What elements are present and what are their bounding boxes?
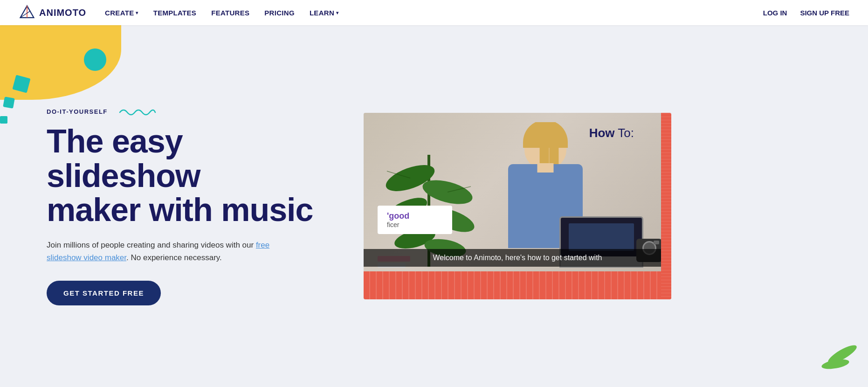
video-thumbnail[interactable]: How To: 'good ficer Welcome to Animoto, … bbox=[364, 113, 671, 299]
eyebrow-text: DO-IT-YOURSELF bbox=[47, 108, 108, 115]
learn-chevron-icon: ▾ bbox=[336, 10, 338, 15]
hero-content: DO-IT-YOURSELF The easy slideshow maker … bbox=[0, 107, 868, 305]
how-text: How bbox=[589, 126, 615, 140]
nav-pricing[interactable]: PRICING bbox=[264, 9, 295, 17]
nav-create[interactable]: CREATE ▾ bbox=[105, 9, 138, 17]
hero-eyebrow: DO-IT-YOURSELF bbox=[47, 107, 326, 116]
logo-text: ANIMOTO bbox=[39, 7, 86, 18]
nav-right: LOG IN SIGN UP FREE bbox=[763, 9, 849, 17]
login-link[interactable]: LOG IN bbox=[763, 9, 787, 17]
get-started-button[interactable]: GET STARTED FREE bbox=[47, 281, 161, 305]
hero-right: How To: 'good ficer Welcome to Animoto, … bbox=[364, 113, 821, 299]
hero-subtitle: Join millions of people creating and sha… bbox=[47, 239, 289, 264]
navbar: ANIMOTO CREATE ▾ TEMPLATES FEATURES PRIC… bbox=[0, 0, 868, 25]
video-background: How To: 'good ficer Welcome to Animoto, … bbox=[364, 113, 671, 299]
video-namecard: 'good ficer bbox=[378, 206, 452, 234]
deco-teal-circle bbox=[84, 48, 106, 71]
deco-green-leaf-2 bbox=[821, 358, 850, 371]
hero-section: DO-IT-YOURSELF The easy slideshow maker … bbox=[0, 25, 868, 387]
plant-decoration bbox=[382, 117, 475, 267]
video-howto-label: How To: bbox=[589, 126, 634, 140]
signup-link[interactable]: SIGN UP FREE bbox=[800, 9, 849, 17]
nav-features[interactable]: FEATURES bbox=[211, 9, 249, 17]
video-red-stripe bbox=[364, 271, 671, 299]
video-caption: Welcome to Animoto, here's how to get st… bbox=[364, 249, 671, 267]
nav-links: CREATE ▾ TEMPLATES FEATURES PRICING LEAR… bbox=[105, 9, 763, 17]
logo[interactable]: ANIMOTO bbox=[19, 4, 86, 21]
squiggle-icon bbox=[119, 107, 156, 116]
namecard-title: ficer bbox=[387, 221, 443, 228]
nav-templates[interactable]: TEMPLATES bbox=[153, 9, 196, 17]
hero-left: DO-IT-YOURSELF The easy slideshow maker … bbox=[47, 107, 326, 305]
nav-learn[interactable]: LEARN ▾ bbox=[310, 9, 338, 17]
hero-title: The easy slideshow maker with music bbox=[47, 124, 326, 228]
namecard-name: 'good bbox=[387, 211, 443, 221]
logo-icon bbox=[19, 4, 35, 21]
to-text: To: bbox=[618, 126, 634, 140]
subtitle-link[interactable]: free slideshow video maker bbox=[47, 241, 269, 262]
create-chevron-icon: ▾ bbox=[136, 10, 138, 15]
video-red-right-bar bbox=[661, 113, 671, 299]
